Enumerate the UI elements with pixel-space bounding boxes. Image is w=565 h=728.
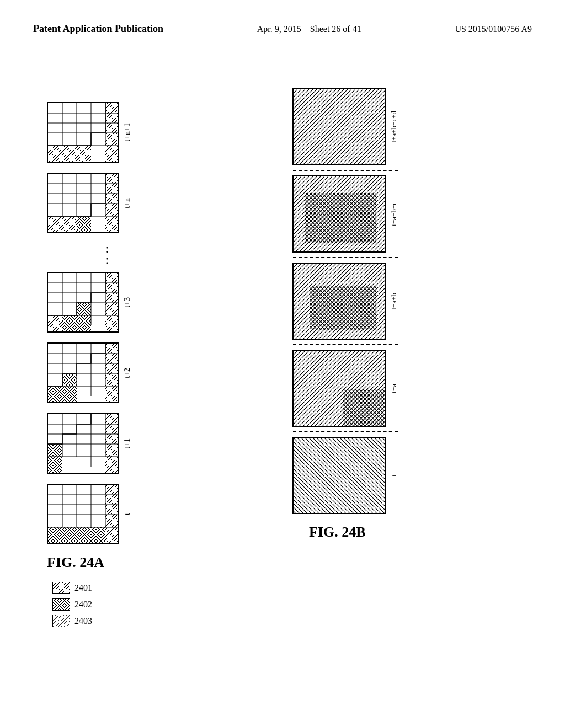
frame-t2-row: t+2 <box>47 342 132 403</box>
page-header: Patent Application Publication Apr. 9, 2… <box>0 0 565 36</box>
frame-tn-grid <box>47 173 119 233</box>
frame-t1-row: t+1 <box>47 413 132 474</box>
frame-t-b-grid <box>292 437 386 514</box>
legend-item-2403: 2403 <box>52 615 132 627</box>
label-tabcd: t+a+b+c+d <box>390 111 398 142</box>
svg-rect-15 <box>48 146 91 163</box>
label-t1: t+1 <box>123 438 132 449</box>
frame-ta-grid <box>292 350 386 427</box>
label-t-b: t <box>390 474 398 477</box>
frame-tabc-row: t+a+b+c <box>292 175 398 253</box>
svg-rect-71 <box>53 582 70 594</box>
publication-title: Patent Application Publication <box>33 22 163 36</box>
date-text: Apr. 9, 2015 <box>257 24 301 34</box>
dashed-tabcd <box>293 170 398 171</box>
frame-t3-row: t+3 <box>47 272 132 333</box>
fig24b-grids: t+a+b+c+d t+a+b+c <box>292 88 398 540</box>
svg-rect-16 <box>105 103 119 163</box>
svg-rect-49 <box>62 373 77 403</box>
svg-rect-79 <box>294 89 386 165</box>
frame-t1-grid <box>47 413 119 474</box>
frame-tabcd-row: t+a+b+c+d <box>292 88 398 165</box>
frame-tn-row: t+n <box>47 173 132 233</box>
svg-rect-70 <box>105 485 119 544</box>
svg-rect-81 <box>305 193 376 243</box>
legend-icon-2403 <box>52 615 70 627</box>
frame-t2-grid <box>47 342 119 403</box>
svg-rect-60 <box>105 414 119 474</box>
svg-rect-59 <box>48 444 62 474</box>
svg-rect-25 <box>48 216 77 233</box>
svg-rect-37 <box>62 315 77 333</box>
svg-rect-48 <box>48 386 62 403</box>
frame-t-grid <box>47 484 119 544</box>
svg-rect-74 <box>53 615 70 627</box>
frame-t3-grid <box>47 272 119 333</box>
legend-item-2401: 2401 <box>52 582 132 594</box>
frame-ta-row: t+a <box>292 350 398 427</box>
legend-label-2403: 2403 <box>74 616 92 626</box>
main-content: t+n+1 t+n :: <box>0 72 565 722</box>
label-t: t <box>123 513 132 515</box>
frame-tn1-grid <box>47 102 119 163</box>
svg-rect-38 <box>77 303 91 333</box>
svg-rect-69 <box>48 527 105 544</box>
label-ta: t+a <box>390 384 398 393</box>
fig24a-section: t+n+1 t+n :: <box>47 102 132 631</box>
svg-rect-86 <box>294 438 386 514</box>
legend-icon-2401 <box>52 582 70 594</box>
frame-tn1-row: t+n+1 <box>47 102 132 163</box>
dashed-tab <box>293 344 398 345</box>
label-tab: t+a+b <box>390 293 398 310</box>
legend-icon-2402 <box>52 598 70 611</box>
legend: 2401 2402 2403 <box>52 582 132 631</box>
sheet-text: Sheet 26 of 41 <box>310 24 361 34</box>
svg-rect-50 <box>105 344 119 403</box>
fig24b-label: FIG. 24B <box>309 524 366 540</box>
legend-item-2402: 2402 <box>52 598 132 611</box>
dashed-tabc <box>293 257 398 258</box>
frame-tab-grid <box>292 263 386 340</box>
svg-rect-72 <box>53 599 70 611</box>
label-tn: t+n <box>123 198 132 208</box>
svg-rect-39 <box>105 273 119 333</box>
frame-t-row: t <box>47 484 132 544</box>
publication-date: Apr. 9, 2015 Sheet 26 of 41 <box>257 22 361 34</box>
fig24a-label: FIG. 24A <box>47 554 132 571</box>
frame-tabc-grid <box>292 175 386 253</box>
svg-rect-26 <box>77 216 91 233</box>
label-t2: t+2 <box>123 368 132 378</box>
svg-rect-85 <box>343 389 386 427</box>
fig24b-section: t+a+b+c+d t+a+b+c <box>292 88 398 540</box>
frame-tab-row: t+a+b <box>292 263 398 340</box>
svg-rect-83 <box>310 286 376 330</box>
publication-number: US 2015/0100756 A9 <box>455 22 532 34</box>
dashed-ta <box>293 431 398 432</box>
label-t3: t+3 <box>123 297 132 308</box>
frame-tabcd-grid <box>292 88 386 165</box>
label-tabc: t+a+b+c <box>390 202 398 226</box>
svg-rect-36 <box>48 315 62 333</box>
legend-label-2401: 2401 <box>74 583 92 593</box>
legend-label-2402: 2402 <box>74 599 92 609</box>
frame-t-b-row: t <box>292 437 398 514</box>
dots-24a: :: <box>83 243 132 265</box>
label-tn1: t+n+1 <box>123 123 132 142</box>
svg-rect-27 <box>105 174 119 233</box>
